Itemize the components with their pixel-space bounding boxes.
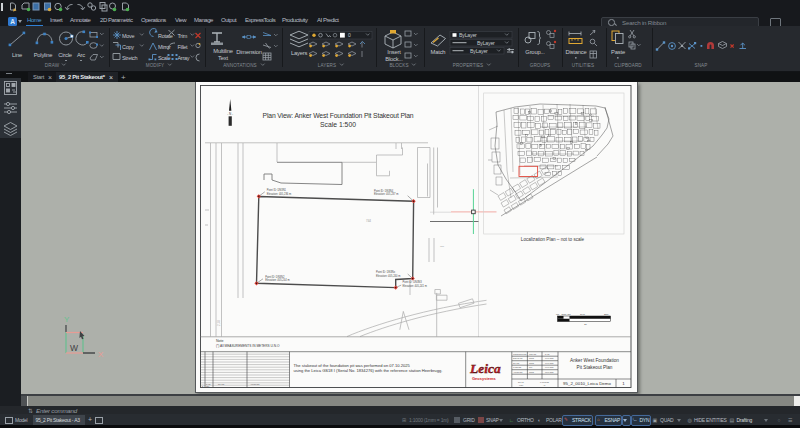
svg-text:0m: 0m <box>556 313 559 315</box>
svg-text:08.10.2025: 08.10.2025 <box>545 371 554 373</box>
svg-text:GNSS: GNSS <box>529 371 535 373</box>
svg-text:Circle: Circle <box>58 52 72 58</box>
svg-text:APPROVED: APPROVED <box>250 383 260 385</box>
svg-text:DRAWN: DRAWN <box>513 362 520 364</box>
svg-text:SURVEYOR: SURVEYOR <box>513 357 523 359</box>
svg-text:UTILITIES: UTILITIES <box>572 63 594 68</box>
svg-text:10 m: 10 m <box>580 313 585 315</box>
svg-text:Dimension: Dimension <box>236 49 262 55</box>
svg-text:MODIFY: MODIFY <box>146 63 164 68</box>
svg-text:737: 737 <box>440 245 445 248</box>
svg-text:PAGE SIZE: PAGE SIZE <box>540 381 550 383</box>
svg-text:Block...: Block... <box>385 56 403 62</box>
svg-text:DATE: DATE <box>545 353 550 355</box>
svg-text:SCALE: SCALE <box>518 381 524 383</box>
svg-text:25m: 25m <box>604 313 608 315</box>
svg-text:Scale 1:500: Scale 1:500 <box>320 121 356 128</box>
svg-text:BLOCKS: BLOCKS <box>389 63 408 68</box>
svg-text:GNSS: GNSS <box>529 357 535 359</box>
svg-text:X: X <box>98 350 104 359</box>
svg-text:ANNOTATIONS: ANNOTATIONS <box>223 63 257 68</box>
svg-text:LAYERS: LAYERS <box>318 63 336 68</box>
svg-text:Insert: Insert <box>387 49 401 55</box>
svg-text:1:500: 1:500 <box>519 384 523 386</box>
svg-text:Polyline: Polyline <box>34 52 53 58</box>
svg-text:ByLayer: ByLayer <box>470 48 488 54</box>
svg-text:RTK: RTK <box>529 366 533 368</box>
svg-text:ByLayer: ByLayer <box>459 32 477 38</box>
svg-text:0: 0 <box>348 32 351 38</box>
svg-text:2.5m: 2.5m <box>562 313 567 315</box>
svg-text:Paste: Paste <box>611 49 625 55</box>
svg-text:Geosystems: Geosystems <box>472 376 497 381</box>
svg-text:07.10.2025: 07.10.2025 <box>545 366 554 368</box>
svg-text:Fillet: Fillet <box>178 44 189 50</box>
svg-text:07.10.2025: 07.10.2025 <box>545 362 554 364</box>
svg-text:(*) All MEASUREMENTS IN METERS: (*) All MEASUREMENTS IN METERS U.N.O <box>216 344 280 348</box>
svg-text:METHOD: METHOD <box>529 353 537 355</box>
svg-text:Distance: Distance <box>566 49 587 55</box>
svg-text:5m: 5m <box>568 313 571 315</box>
svg-text:Array: Array <box>178 55 190 61</box>
svg-text:CONSTRUCTION: CONSTRUCTION <box>513 353 527 355</box>
svg-text:W: W <box>70 343 78 353</box>
svg-text:Leica: Leica <box>469 361 501 376</box>
svg-text:GNSS: GNSS <box>529 362 535 364</box>
svg-text:Multiline: Multiline <box>213 48 232 54</box>
svg-text:DRAWN: DRAWN <box>218 383 225 385</box>
svg-text:744: 744 <box>366 219 371 223</box>
svg-text:Localization Plan – not to sca: Localization Plan – not to scale <box>521 237 585 242</box>
svg-text:SNAP: SNAP <box>695 63 708 68</box>
svg-text:Elevation: 405,240 m: Elevation: 405,240 m <box>376 274 400 278</box>
svg-text:APPROVED: APPROVED <box>513 371 523 373</box>
svg-text:Layers: Layers <box>291 50 308 56</box>
svg-text:06.10.2025: 06.10.2025 <box>545 357 554 359</box>
svg-text:CLIPBOARD: CLIPBOARD <box>614 63 642 68</box>
svg-text:Plan View: Anker West Foundati: Plan View: Anker West Foundation Pit Sta… <box>263 112 414 119</box>
svg-text:Match: Match <box>431 49 446 55</box>
svg-text:2140: 2140 <box>217 320 221 326</box>
svg-text:Line: Line <box>12 52 22 58</box>
svg-text:Elevation: 405,241 m: Elevation: 405,241 m <box>403 284 427 288</box>
svg-text:A3: A3 <box>543 384 545 386</box>
svg-text:Copy: Copy <box>122 44 134 50</box>
svg-text:Elevation: 405,237 m: Elevation: 405,237 m <box>374 192 398 196</box>
svg-text:Group...: Group... <box>525 49 545 55</box>
svg-text:- N -: - N - <box>227 112 233 116</box>
svg-text:Arc: Arc <box>77 52 85 58</box>
svg-text:DRAW: DRAW <box>45 63 60 68</box>
svg-text:Pit Stakeout Plan: Pit Stakeout Plan <box>577 365 613 370</box>
svg-text:The stakeout of the foundation: The stakeout of the foundation pit was p… <box>294 363 411 368</box>
svg-text:Text: Text <box>218 55 228 61</box>
svg-text:1: 1 <box>622 381 625 386</box>
svg-text:CHECKED: CHECKED <box>513 366 522 368</box>
svg-text:GROUPS: GROUPS <box>530 63 551 68</box>
svg-text:PROPERTIES: PROPERTIES <box>453 63 484 68</box>
svg-text:ByLayer: ByLayer <box>477 40 495 46</box>
svg-text:Move: Move <box>122 33 134 39</box>
svg-text:using the Leica GS18 I (Serial: using the Leica GS18 I (Serial No. 18342… <box>294 368 443 373</box>
svg-text:Elevation: 405,244 m: Elevation: 405,244 m <box>265 278 289 282</box>
svg-text:Note: Note <box>216 339 224 343</box>
svg-text:Elevation: 405,236 m: Elevation: 405,236 m <box>267 192 291 196</box>
svg-text:Y: Y <box>64 315 70 324</box>
svg-text:95_2_0010_Leica Demo: 95_2_0010_Leica Demo <box>563 381 611 386</box>
svg-text:~20: ~20 <box>583 323 587 325</box>
svg-text:Stretch: Stretch <box>122 55 138 61</box>
svg-text:Anker West Foundation: Anker West Foundation <box>570 358 619 363</box>
svg-text:Trim: Trim <box>178 33 188 39</box>
